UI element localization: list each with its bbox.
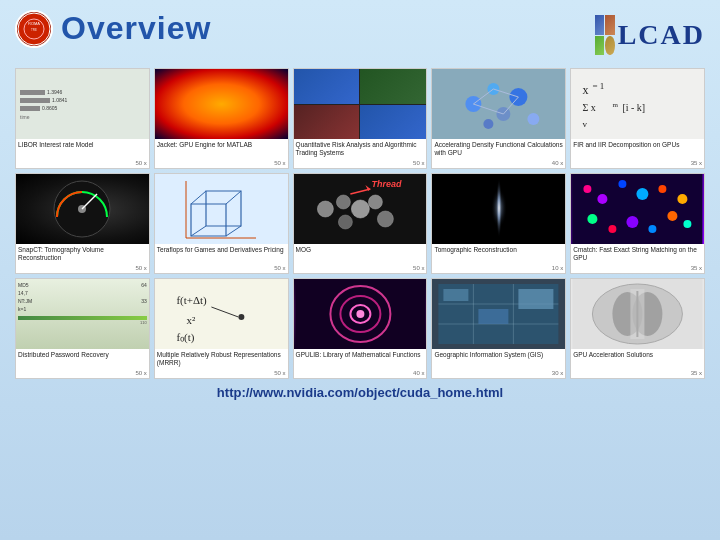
svg-text:Σ x: Σ x bbox=[583, 102, 596, 113]
table-row[interactable]: Jacket: GPU Engine for MATLAB 50 x bbox=[154, 68, 289, 169]
thumb-2-caption: Jacket: GPU Engine for MATLAB bbox=[155, 139, 288, 159]
svg-text:ROMA: ROMA bbox=[28, 21, 40, 26]
thumb-3-count: 50 x bbox=[294, 159, 427, 168]
thumb-12-image: f(t+Δt) x² f₀(t) bbox=[155, 279, 288, 349]
thumb-8-image: Thread bbox=[294, 174, 427, 244]
svg-point-45 bbox=[598, 194, 608, 204]
thumb-5-caption: FIR and IIR Decomposition on GPUs bbox=[571, 139, 704, 159]
thumb-14-count: 30 x bbox=[432, 369, 565, 378]
thumb-9-caption: Tomographic Reconstruction bbox=[432, 244, 565, 264]
thumb-11-caption: Distributed Password Recovery bbox=[16, 349, 149, 369]
svg-text:f₀(t): f₀(t) bbox=[176, 331, 194, 344]
svg-text:[i - k]: [i - k] bbox=[623, 102, 646, 113]
thumb-9-image bbox=[432, 174, 565, 244]
thumb-14-image bbox=[432, 279, 565, 349]
thumb-3-image bbox=[294, 69, 427, 139]
svg-point-55 bbox=[684, 220, 692, 228]
footer-url: http://www.nvidia.com/object/cuda_home.h… bbox=[15, 385, 705, 400]
svg-text:Thread: Thread bbox=[371, 179, 402, 189]
svg-point-52 bbox=[627, 216, 639, 228]
thumb-15-image bbox=[571, 279, 704, 349]
thumb-8-caption: MOG bbox=[294, 244, 427, 264]
svg-point-8 bbox=[528, 113, 540, 125]
logo-right: LCAD bbox=[595, 10, 705, 60]
svg-point-48 bbox=[659, 185, 667, 193]
thumb-15-count: 35 x bbox=[571, 369, 704, 378]
svg-point-46 bbox=[619, 180, 627, 188]
thumb-11-image: MD564 14,7 NT:JM33 k=1 110 bbox=[16, 279, 149, 349]
thumb-12-caption: Multiple Relatively Robust Representatio… bbox=[155, 349, 288, 369]
thumb-4-caption: Accelerating Density Functional Calculat… bbox=[432, 139, 565, 159]
svg-line-28 bbox=[191, 226, 206, 236]
svg-text:v: v bbox=[583, 119, 588, 129]
table-row[interactable]: GPULIB: Library of Mathematical Function… bbox=[293, 278, 428, 379]
table-row[interactable]: Geographic Information System (GIS) 30 x bbox=[431, 278, 566, 379]
table-row[interactable]: x = 1 Σ x m [i - k] v FIR and IIR Decomp… bbox=[570, 68, 705, 169]
svg-point-35 bbox=[368, 195, 382, 209]
thumb-8-count: 50 x bbox=[294, 264, 427, 273]
svg-point-33 bbox=[351, 200, 369, 218]
svg-point-59 bbox=[238, 314, 244, 320]
table-row[interactable]: Accelerating Density Functional Calculat… bbox=[431, 68, 566, 169]
logo-left-icon: ROMA TRE bbox=[15, 10, 53, 48]
thumb-5-image: x = 1 Σ x m [i - k] v bbox=[571, 69, 704, 139]
svg-point-9 bbox=[484, 119, 494, 129]
thumb-14-caption: Geographic Information System (GIS) bbox=[432, 349, 565, 369]
svg-line-26 bbox=[226, 191, 241, 204]
svg-point-42 bbox=[491, 188, 507, 228]
svg-point-49 bbox=[678, 194, 688, 204]
table-row[interactable]: Tomographic Reconstruction 10 x bbox=[431, 173, 566, 274]
thumb-10-caption: Cmatch: Fast Exact String Matching on th… bbox=[571, 244, 704, 264]
svg-point-32 bbox=[336, 195, 350, 209]
thumb-13-image bbox=[294, 279, 427, 349]
lcad-logo-grid bbox=[595, 15, 615, 55]
table-row[interactable]: Quantitative Risk Analysis and Algorithm… bbox=[293, 68, 428, 169]
thumb-13-count: 40 x bbox=[294, 369, 427, 378]
table-row[interactable]: Cmatch: Fast Exact String Matching on th… bbox=[570, 173, 705, 274]
thumb-6-count: 50 x bbox=[16, 264, 149, 273]
table-row[interactable]: SnapCT: Tomography Volume Reconstruction… bbox=[15, 173, 150, 274]
thumb-12-count: 50 x bbox=[155, 369, 288, 378]
table-row[interactable]: f(t+Δt) x² f₀(t) Multiple Relatively Rob… bbox=[154, 278, 289, 379]
thumb-1-count: 50 x bbox=[16, 159, 149, 168]
thumb-6-image bbox=[16, 174, 149, 244]
thumb-7-image bbox=[155, 174, 288, 244]
table-row[interactable]: 1.3946 1.0841 0.8605 time LIBOR Interest… bbox=[15, 68, 150, 169]
thumb-5-count: 35 x bbox=[571, 159, 704, 168]
thumb-6-caption: SnapCT: Tomography Volume Reconstruction bbox=[16, 244, 149, 264]
thumb-11-count: 50 x bbox=[16, 369, 149, 378]
thumb-4-count: 40 x bbox=[432, 159, 565, 168]
svg-line-25 bbox=[191, 191, 206, 204]
table-row[interactable]: MD564 14,7 NT:JM33 k=1 110 Distributed P… bbox=[15, 278, 150, 379]
svg-rect-73 bbox=[479, 309, 509, 324]
table-row[interactable]: GPU Acceleration Solutions 35 x bbox=[570, 278, 705, 379]
thumb-10-count: 35 x bbox=[571, 264, 704, 273]
thumb-10-image bbox=[571, 174, 704, 244]
svg-point-53 bbox=[649, 225, 657, 233]
svg-point-44 bbox=[584, 185, 592, 193]
table-row[interactable]: Teraflops for Games and Derivatives Pric… bbox=[154, 173, 289, 274]
slide-container: ROMA TRE Overview LCAD 1.3946 1.0841 bbox=[0, 0, 720, 540]
svg-point-65 bbox=[356, 310, 364, 318]
svg-point-47 bbox=[637, 188, 649, 200]
thumb-7-count: 50 x bbox=[155, 264, 288, 273]
svg-text:x: x bbox=[583, 83, 589, 97]
svg-text:m: m bbox=[613, 101, 619, 109]
thumb-2-image bbox=[155, 69, 288, 139]
thumb-15-caption: GPU Acceleration Solutions bbox=[571, 349, 704, 369]
table-row[interactable]: Thread MOG 50 x bbox=[293, 173, 428, 274]
svg-rect-43 bbox=[573, 174, 703, 244]
lcad-text: LCAD bbox=[618, 19, 705, 51]
header: ROMA TRE Overview LCAD bbox=[15, 10, 705, 60]
svg-rect-74 bbox=[519, 289, 554, 309]
page-title: Overview bbox=[61, 10, 211, 47]
thumb-7-caption: Teraflops for Games and Derivatives Pric… bbox=[155, 244, 288, 264]
svg-line-27 bbox=[226, 226, 241, 236]
thumbnail-grid: 1.3946 1.0841 0.8605 time LIBOR Interest… bbox=[15, 68, 705, 379]
svg-point-31 bbox=[317, 201, 333, 217]
svg-point-36 bbox=[377, 211, 393, 227]
svg-text:= 1: = 1 bbox=[593, 81, 605, 91]
svg-point-50 bbox=[588, 214, 598, 224]
svg-text:TRE: TRE bbox=[31, 28, 37, 32]
svg-point-34 bbox=[338, 215, 352, 229]
